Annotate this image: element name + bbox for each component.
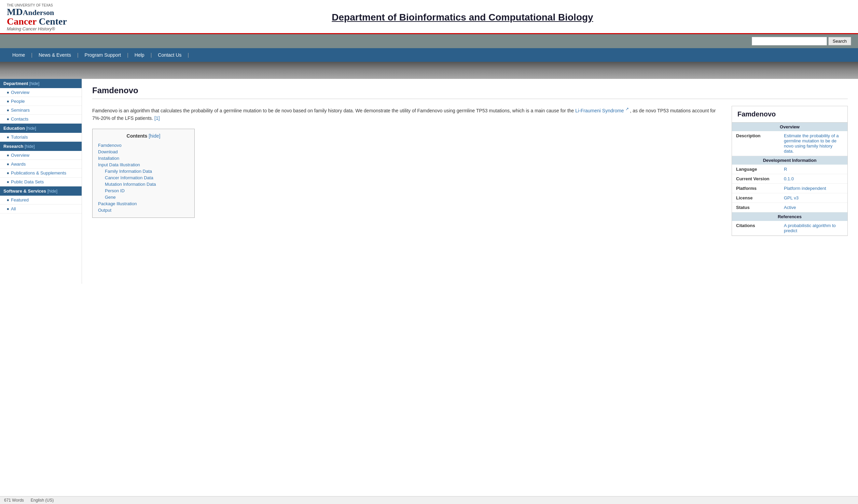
contents-gene[interactable]: Gene	[98, 194, 189, 200]
page-title: Famdenovo	[92, 86, 848, 99]
sidebar-tutorials-label: Tutorials	[11, 135, 28, 140]
contents-mutation-info[interactable]: Mutation Information Data	[98, 181, 189, 187]
logo-area: THE UNIVERSITY OF TEXAS MDAnderson Cance…	[7, 3, 67, 31]
info-panel: Famdenovo Overview Description Estimate …	[732, 106, 848, 236]
center-text: Center	[37, 16, 67, 27]
nav-help[interactable]: Help	[129, 48, 150, 62]
sidebar-research-hide[interactable]: [hide]	[25, 144, 34, 149]
bullet-icon: ■	[7, 90, 9, 94]
platforms-row: Platforms Platform independent	[732, 184, 847, 193]
nav-sep-4: |	[150, 52, 153, 58]
description-value: Estimate the probability of a germline m…	[784, 133, 843, 154]
nav-home[interactable]: Home	[7, 48, 30, 62]
bullet-icon: ■	[7, 171, 9, 175]
cancer-text: Cancer	[7, 16, 37, 27]
version-value: 0.1.0	[784, 176, 794, 181]
contents-installation[interactable]: Installation	[98, 155, 189, 162]
search-button[interactable]: Search	[828, 37, 851, 45]
sidebar-awards-label: Awards	[11, 162, 26, 167]
bullet-icon: ■	[7, 108, 9, 112]
contents-label: Contents	[127, 133, 148, 139]
sidebar-sw-label: Software & Services	[3, 188, 47, 194]
page-description: Famdenovo is an algorithm that calculate…	[92, 106, 725, 122]
sidebar-item-seminars[interactable]: ■ Seminars	[0, 106, 82, 115]
md-text: MD	[7, 6, 23, 17]
department-title: Department of Bioinformatics and Computa…	[67, 12, 851, 23]
contents-input-data[interactable]: Input Data Illustration	[98, 162, 189, 168]
sidebar-item-featured[interactable]: ■ Featured	[0, 196, 82, 205]
contents-family-info[interactable]: Family Information Data	[98, 168, 189, 174]
sidebar-item-datasets[interactable]: ■ Public Data Sets	[0, 178, 82, 186]
bullet-icon: ■	[7, 162, 9, 166]
info-panel-title: Famdenovo	[732, 106, 847, 123]
sidebar-people-label: People	[11, 99, 25, 104]
license-label: License	[736, 195, 784, 200]
sidebar-item-contacts[interactable]: ■ Contacts	[0, 115, 82, 124]
nav-contact-us[interactable]: Contact Us	[152, 48, 187, 62]
contents-package-illus[interactable]: Package Illustration	[98, 200, 189, 207]
platforms-value: Platform independent	[784, 186, 826, 191]
sidebar-item-people[interactable]: ■ People	[0, 97, 82, 106]
sidebar-research-label: Research	[3, 144, 25, 149]
sidebar: Department [hide] ■ Overview ■ People ■ …	[0, 79, 82, 284]
license-value: GPL v3	[784, 195, 799, 200]
anderson-text: Anderson	[23, 8, 54, 17]
desc-text: Famdenovo is an algorithm that calculate…	[92, 108, 575, 113]
page-header: THE UNIVERSITY OF TEXAS MDAnderson Cance…	[0, 0, 858, 34]
contents-person-id[interactable]: Person ID	[98, 187, 189, 194]
sidebar-item-awards[interactable]: ■ Awards	[0, 160, 82, 169]
contents-hide[interactable]: [hide]	[149, 133, 160, 139]
citations-label: Citations	[736, 223, 784, 233]
dev-section-header: Development Information	[732, 156, 847, 165]
contents-download[interactable]: Download	[98, 149, 189, 155]
search-input[interactable]	[752, 37, 827, 45]
sub-nav-band	[0, 62, 858, 79]
sidebar-edu-hide[interactable]: [hide]	[26, 126, 36, 131]
cancer-center-logo: Cancer Center	[7, 17, 67, 26]
bullet-icon: ■	[7, 207, 9, 211]
tagline: Making Cancer History®	[7, 26, 67, 31]
content-main: Famdenovo is an algorithm that calculate…	[92, 106, 725, 236]
status-value: Active	[784, 205, 796, 210]
status-row: Status Active	[732, 203, 847, 212]
sidebar-contacts-label: Contacts	[11, 116, 28, 122]
overview-section-header: Overview	[732, 123, 847, 131]
sidebar-item-all[interactable]: ■ All	[0, 205, 82, 213]
sidebar-dept-hide[interactable]: [hide]	[29, 81, 39, 86]
bullet-icon: ■	[7, 180, 9, 184]
description-row: Description Estimate the probability of …	[732, 131, 847, 156]
nav-sep-5: |	[187, 52, 190, 58]
sidebar-seminars-label: Seminars	[11, 108, 30, 113]
version-label: Current Version	[736, 176, 784, 181]
nav-program-support[interactable]: Program Support	[79, 48, 127, 62]
sidebar-overview-label: Overview	[11, 90, 29, 95]
sidebar-sw-header: Software & Services [hide]	[0, 186, 82, 196]
refs-section-header: References	[732, 212, 847, 221]
ref-link[interactable]: [1]	[154, 115, 160, 121]
content-body: Famdenovo is an algorithm that calculate…	[92, 106, 848, 236]
bullet-icon: ■	[7, 99, 9, 103]
sidebar-publications-label: Publications & Supplements	[11, 170, 66, 176]
license-row: License GPL v3	[732, 193, 847, 203]
sidebar-dept-header: Department [hide]	[0, 79, 82, 88]
contents-cancer-info[interactable]: Cancer Information Data	[98, 174, 189, 181]
sidebar-item-res-overview[interactable]: ■ Overview	[0, 151, 82, 160]
sidebar-research-header: Research [hide]	[0, 142, 82, 151]
sidebar-item-publications[interactable]: ■ Publications & Supplements	[0, 169, 82, 178]
sidebar-sw-hide[interactable]: [hide]	[47, 189, 57, 194]
nav-bar: Home | News & Events | Program Support |…	[0, 48, 858, 62]
sidebar-item-tutorials[interactable]: ■ Tutorials	[0, 133, 82, 142]
bullet-icon: ■	[7, 135, 9, 139]
sidebar-dept-label: Department	[3, 81, 29, 86]
md-anderson-logo: MDAnderson	[7, 7, 67, 17]
bullet-icon: ■	[7, 153, 9, 157]
citations-row: Citations A probabilistic algorithm to p…	[732, 221, 847, 236]
contents-famdenovo[interactable]: Famdenovo	[98, 142, 189, 149]
sidebar-datasets-label: Public Data Sets	[11, 179, 44, 184]
li-fraumeni-link[interactable]: Li-Fraumeni Syndrome ↗	[575, 108, 628, 113]
language-row: Language R	[732, 165, 847, 174]
main-layout: Department [hide] ■ Overview ■ People ■ …	[0, 79, 858, 284]
nav-news-events[interactable]: News & Events	[33, 48, 77, 62]
contents-output[interactable]: Output	[98, 207, 189, 213]
sidebar-item-overview[interactable]: ■ Overview	[0, 88, 82, 97]
